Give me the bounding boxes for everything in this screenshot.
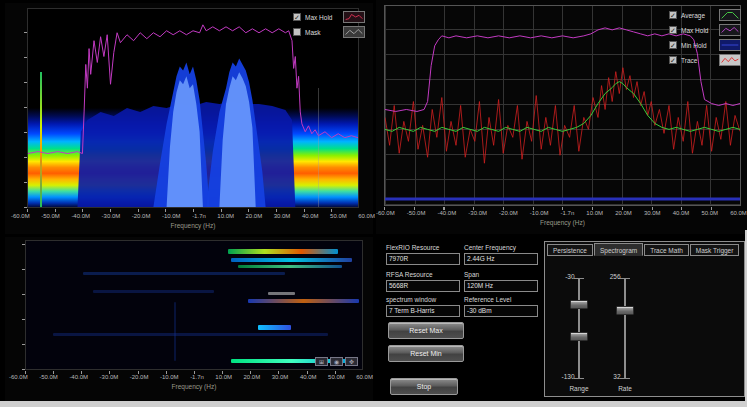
- x-axis-label: Frequency (Hz): [27, 222, 359, 229]
- trace-style-icon[interactable]: [719, 54, 741, 66]
- slider-end-tick: [574, 378, 584, 379]
- reset-min-button[interactable]: Reset Min: [388, 345, 464, 362]
- field-label: Span: [464, 271, 538, 278]
- range-lower-handle[interactable]: [570, 332, 588, 341]
- legend-label: Max Hold: [305, 14, 339, 21]
- x-tick-label: -20.0M: [130, 374, 149, 380]
- reset-max-button[interactable]: Reset Max: [388, 322, 464, 339]
- legend-label: Min Hold: [681, 42, 715, 49]
- x-tick-label: -50.0M: [407, 210, 426, 216]
- min-hold-checkbox[interactable]: [669, 41, 677, 49]
- x-tick-label: 20.0M: [246, 213, 263, 219]
- spectrogram-streak: [174, 302, 176, 361]
- trace-style-icon[interactable]: [719, 39, 741, 51]
- x-tick-label: 50.0M: [701, 210, 718, 216]
- rate-handle[interactable]: [616, 306, 634, 315]
- max-hold-checkbox[interactable]: [293, 13, 301, 21]
- center-frequency-input[interactable]: 2.44G Hz: [464, 253, 538, 265]
- x-tick-label: -40.0M: [69, 374, 88, 380]
- cursor-tool-icon[interactable]: ⊞: [315, 357, 328, 366]
- x-tick-label: 20.0M: [244, 374, 261, 380]
- trace-checkbox[interactable]: [669, 56, 677, 64]
- spectrogram-streak: [53, 333, 329, 336]
- x-tick-label: -50.0M: [39, 374, 58, 380]
- x-tick-label: 60.0M: [730, 210, 747, 216]
- x-tick-label: -30.0M: [102, 213, 121, 219]
- zoom-tool-icon[interactable]: ◉: [330, 357, 343, 366]
- x-tick-label: 40.0M: [673, 210, 690, 216]
- legend-row-average: Average: [669, 9, 741, 21]
- x-tick-label: -10.0M: [530, 210, 549, 216]
- spectrogram-panel: ⊞ ◉ ✥ -60.0M-50.0M-40.0M-30.0M-20.0M-10.…: [5, 237, 373, 402]
- x-tick-label: 60.0M: [356, 374, 373, 380]
- x-axis-ticks: [27, 209, 359, 212]
- x-tick-label: -40.0M: [71, 213, 90, 219]
- graph-palette: ⊞ ◉ ✥: [315, 357, 358, 366]
- display-settings-tab-panel: Persistence Spectrogram Trace Math Mask …: [544, 241, 745, 397]
- trace-style-icon[interactable]: [719, 9, 741, 21]
- x-axis-label: Frequency (Hz): [384, 219, 741, 226]
- trace-style-icon[interactable]: [343, 11, 365, 23]
- spectrum-window-field: spectrum window 7 Term B-Harris: [386, 296, 460, 317]
- persistence-traces-svg: [28, 9, 358, 207]
- rfsa-resource-field: RFSA Resource 5668R: [386, 271, 460, 292]
- mask-style-icon[interactable]: [343, 26, 365, 38]
- field-label: FlexRIO Resource: [386, 244, 460, 251]
- spectrogram-streak: [83, 272, 285, 275]
- span-field: Span 120M Hz: [464, 271, 538, 292]
- max-hold-checkbox[interactable]: [669, 26, 677, 34]
- flexrio-resource-input[interactable]: 7970R: [386, 253, 460, 265]
- spectrogram-streak: [228, 249, 339, 254]
- slider-end-tick: [620, 378, 630, 379]
- x-axis-label: Frequency (Hz): [25, 383, 363, 390]
- tab-persistence[interactable]: Persistence: [547, 244, 593, 256]
- x-tick-label: 20.0M: [615, 210, 632, 216]
- x-tick-label: 50.0M: [330, 213, 347, 219]
- spectrogram-streak: [248, 299, 359, 303]
- x-tick-label: 10.0M: [217, 213, 234, 219]
- persistence-graph-panel: -60.0M-50.0M-40.0M-30.0M-20.0M-10.0M-1.7…: [5, 3, 373, 234]
- spectrogram-plot-area: ⊞ ◉ ✥: [25, 240, 363, 370]
- window-bottom-edge: [0, 401, 747, 407]
- tab-spectrogram[interactable]: Spectrogram: [594, 243, 643, 256]
- average-checkbox[interactable]: [669, 11, 677, 19]
- pan-tool-icon[interactable]: ✥: [345, 357, 358, 366]
- legend-row-max-hold: Max Hold: [293, 11, 365, 23]
- rate-slider-caption: Rate: [597, 385, 653, 392]
- spectrogram-streak: [268, 292, 295, 295]
- spectrum-window-input[interactable]: 7 Term B-Harris: [386, 305, 460, 317]
- tab-mask-trigger[interactable]: Mask Trigger: [690, 244, 740, 256]
- legend-label: Mask: [305, 29, 339, 36]
- rate-slider-track[interactable]: [624, 278, 626, 378]
- slider-end-tick: [574, 278, 584, 279]
- slider-end-tick: [620, 278, 630, 279]
- range-upper-handle[interactable]: [570, 300, 588, 309]
- field-label: Reference Level: [464, 296, 538, 303]
- x-tick-label: -60.0M: [9, 374, 28, 380]
- field-label: RFSA Resource: [386, 271, 460, 278]
- stop-button[interactable]: Stop: [390, 378, 458, 395]
- reference-level-input[interactable]: -30 dBm: [464, 305, 538, 317]
- x-tick-label: 50.0M: [328, 374, 345, 380]
- spectrum-graph-panel: -60.0M-50.0M-40.0M-30.0M-20.0M-10.0M-1.7…: [376, 0, 747, 234]
- spectrum-legend: Average Max Hold Min Hold: [669, 9, 741, 66]
- legend-row-mask: Mask: [293, 26, 365, 38]
- y-axis-ticks: [24, 8, 27, 208]
- mask-checkbox[interactable]: [293, 28, 301, 36]
- rfsa-resource-input[interactable]: 5668R: [386, 280, 460, 292]
- span-input[interactable]: 120M Hz: [464, 280, 538, 292]
- x-tick-label: 40.0M: [302, 213, 319, 219]
- field-label: spectrum window: [386, 296, 460, 303]
- persistence-plot-area: [27, 8, 359, 208]
- range-slider-track[interactable]: [578, 278, 580, 378]
- tab-row: Persistence Spectrogram Trace Math Mask …: [547, 244, 739, 256]
- x-tick-label: 40.0M: [300, 374, 317, 380]
- x-tick-label: -1.7n: [192, 213, 206, 219]
- x-tick-label: -1.7n: [561, 210, 575, 216]
- controls-panel: FlexRIO Resource 7970R RFSA Resource 566…: [378, 240, 544, 402]
- y-axis-ticks: [22, 240, 25, 370]
- x-tick-label: 10.0M: [586, 210, 603, 216]
- trace-style-icon[interactable]: [719, 24, 741, 36]
- tab-trace-math[interactable]: Trace Math: [644, 244, 689, 256]
- x-axis-tick-labels: -60.0M-50.0M-40.0M-30.0M-20.0M-10.0M-1.7…: [376, 210, 747, 216]
